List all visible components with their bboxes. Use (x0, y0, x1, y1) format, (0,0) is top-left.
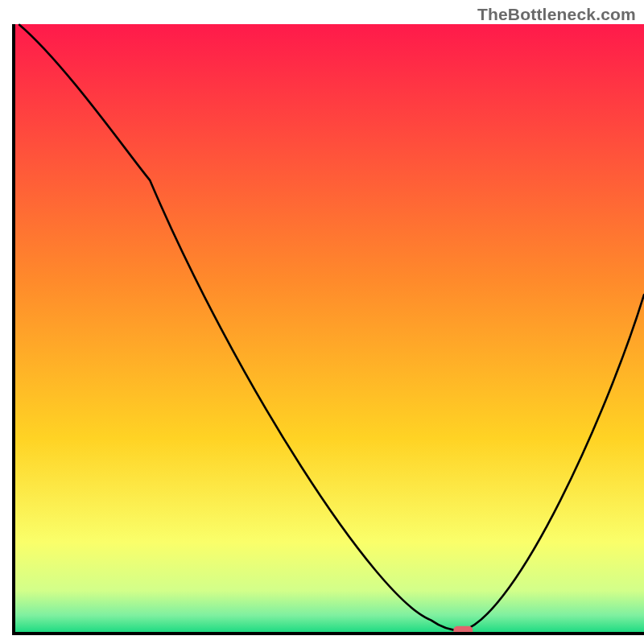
bottleneck-chart: TheBottleneck.com (0, 0, 644, 644)
plot-background (14, 24, 644, 634)
watermark-text: TheBottleneck.com (477, 5, 636, 24)
chart-svg (0, 0, 644, 644)
